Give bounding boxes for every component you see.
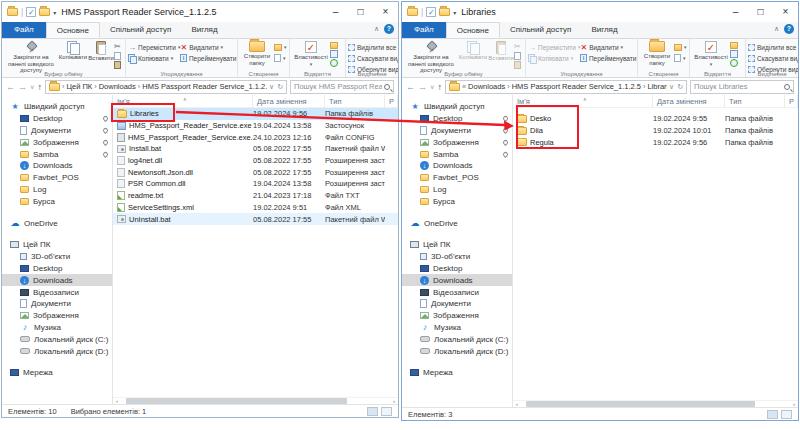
address-input[interactable]: «Downloads›HMS Passport Reader Service_1… (445, 80, 687, 94)
sidebar-item[interactable]: Downloads (402, 160, 512, 172)
sidebar-item[interactable]: Downloads (402, 274, 512, 286)
scroll-right-icon[interactable]: › (390, 398, 398, 405)
forward-button[interactable]: → (418, 82, 427, 92)
sidebar-item[interactable]: Документи (2, 298, 112, 310)
new-folder-button[interactable]: Створити папку (640, 41, 674, 66)
history-icon[interactable] (730, 59, 738, 67)
column-header-size[interactable]: Р (385, 95, 398, 108)
sidebar-item[interactable]: Локальний диск (C:) (402, 333, 512, 345)
minimize-button[interactable]: – (723, 2, 748, 22)
sidebar-item[interactable]: Відеозаписи (2, 286, 112, 298)
sidebar-item[interactable]: Favbet_POS (402, 172, 512, 184)
cut-icon[interactable]: ✂ (514, 42, 521, 51)
sidebar-item[interactable]: Бурса (402, 195, 512, 207)
horizontal-scrollbar[interactable]: ‹ › (513, 400, 798, 407)
breadcrumb-segment[interactable]: HMS Passport Reader Service_1.1.2.5 (512, 82, 641, 91)
recent-locations-icon[interactable]: ∨ (30, 83, 34, 90)
copy-button[interactable]: Копіювати (58, 41, 88, 61)
open-icon[interactable] (730, 42, 738, 49)
edit-icon[interactable] (730, 50, 738, 58)
qat-dropdown-icon[interactable]: ▾ (53, 9, 56, 16)
address-dropdown-icon[interactable]: ∨ (269, 83, 274, 91)
quick-access-toolbar[interactable]: | ✓ ▾ (407, 7, 456, 17)
ribbon-tab[interactable]: Основне (46, 22, 100, 38)
column-header-type[interactable]: Тип (325, 95, 385, 108)
search-input[interactable]: Пошук Libraries (690, 80, 794, 94)
file-row[interactable]: Newtonsoft.Json.dll 05.08.2022 17:55 Роз… (113, 166, 398, 178)
file-row[interactable]: HMS_Passport_Reader_Service.exe.config 2… (113, 131, 398, 143)
sidebar-item[interactable]: Log (2, 184, 112, 196)
sidebar-item[interactable]: Зображення (402, 136, 512, 148)
sidebar-item[interactable]: 3D-об'єкти (402, 251, 512, 263)
column-header-date[interactable]: Дата змінення (653, 95, 725, 108)
file-row[interactable]: ServiceSettings.xml 19.02.2024 9:51 Файл… (113, 202, 398, 214)
details-view-button[interactable] (767, 410, 778, 419)
properties-button[interactable]: ✓ Властивості ▾ (692, 41, 730, 67)
easy-access-button[interactable]: ▾ (674, 42, 687, 52)
ribbon-tab[interactable]: Вигляд (581, 22, 627, 38)
address-dropdown-icon[interactable]: ∨ (669, 83, 674, 91)
scrollbar-thumb[interactable] (126, 398, 347, 404)
easy-access-button[interactable]: ▾ (274, 42, 287, 52)
move-to-button[interactable]: →Перемістити▾ (128, 42, 180, 52)
sidebar-item[interactable]: Цей ПК (2, 239, 112, 251)
file-row[interactable]: Install.bat 05.08.2022 17:55 Пакетний фа… (113, 143, 398, 155)
sidebar-item[interactable]: Цей ПК (402, 239, 512, 251)
history-icon[interactable] (330, 59, 338, 67)
sidebar-item[interactable]: Samba (2, 148, 112, 160)
copy-path-icon[interactable] (114, 52, 121, 60)
search-input[interactable]: Пошук HMS Passport Rea... (290, 80, 394, 94)
sidebar-item[interactable]: Мережа (402, 367, 512, 379)
up-button[interactable]: ↑ (37, 82, 42, 92)
breadcrumb-segment[interactable]: Libraries (647, 82, 667, 91)
maximize-button[interactable]: □ (348, 2, 373, 22)
sidebar-item[interactable]: Локальний диск (C:) (2, 333, 112, 345)
minimize-button[interactable]: – (323, 2, 348, 22)
up-button[interactable]: ↑ (437, 82, 442, 92)
sidebar-item[interactable]: Документи (402, 298, 512, 310)
sidebar-item[interactable]: Швидкий доступ (2, 101, 112, 113)
scroll-left-icon[interactable]: ‹ (113, 398, 121, 405)
pin-to-quick-access-button[interactable]: Закріпити на панелі швидкого доступу (404, 41, 458, 74)
scroll-left-icon[interactable]: ‹ (513, 401, 521, 408)
new-folder-qat-icon[interactable] (39, 8, 50, 16)
sidebar-item[interactable]: Desktop (2, 113, 112, 125)
new-folder-button[interactable]: Створити папку (240, 41, 274, 66)
breadcrumb-segment[interactable]: HMS Passport Reader Service_1.1.2.5 (142, 82, 267, 91)
sidebar-item[interactable]: Музика (402, 322, 512, 334)
paste-shortcut-icon[interactable] (114, 61, 121, 69)
properties-button[interactable]: ✓ Властивості ▾ (292, 41, 330, 67)
icons-view-button[interactable] (381, 407, 392, 416)
close-button[interactable]: × (373, 2, 398, 22)
file-row[interactable]: Libraries 19.02.2024 9:56 Папка файлів (113, 108, 398, 120)
pin-to-quick-access-button[interactable]: Закріпити на панелі швидкого доступу (4, 41, 58, 74)
title-bar[interactable]: | ✓ ▾ Libraries – □ × (402, 2, 798, 22)
breadcrumb-segment[interactable]: Downloads (468, 82, 505, 91)
delete-button[interactable]: ✕Видалити▾ (580, 42, 636, 52)
refresh-icon[interactable]: ↻ (277, 83, 283, 91)
sidebar-item[interactable]: OneDrive (402, 217, 512, 229)
paste-button[interactable]: Вставити (88, 41, 114, 62)
sidebar-item[interactable]: Favbet_POS (2, 172, 112, 184)
sidebar-item[interactable]: Документи (2, 125, 112, 137)
file-row[interactable]: PSR Common.dll 19.04.2024 13:58 Розширен… (113, 178, 398, 190)
sidebar-item[interactable]: Локальний диск (D:) (402, 345, 512, 357)
copy-path-icon[interactable] (514, 52, 521, 60)
sidebar-item[interactable]: Desktop (2, 263, 112, 275)
sidebar-item[interactable]: Log (402, 184, 512, 196)
file-row[interactable]: Regula 19.02.2024 9:56 Папка файлів (513, 136, 798, 148)
sidebar-item[interactable]: Локальний диск (D:) (2, 345, 112, 357)
ribbon-tab[interactable]: Спільний доступ (100, 22, 182, 38)
column-header-date[interactable]: Дата змінення (253, 95, 325, 108)
sidebar-item[interactable]: Samba (402, 148, 512, 160)
open-icon[interactable] (330, 42, 338, 49)
cut-icon[interactable]: ✂ (114, 42, 121, 51)
file-row[interactable]: HMS_Passport_Reader_Service.exe 19.04.20… (113, 120, 398, 132)
sidebar-item[interactable]: Швидкий доступ (402, 101, 512, 113)
column-header-size[interactable]: Р (785, 95, 798, 108)
file-row[interactable]: Desko 19.02.2024 9:55 Папка файлів (513, 113, 798, 125)
properties-qat-icon[interactable]: ✓ (426, 7, 436, 17)
sidebar-item[interactable]: 3D-об'єкти (2, 251, 112, 263)
close-button[interactable]: × (773, 2, 798, 22)
sidebar-item[interactable]: Документи (402, 125, 512, 137)
